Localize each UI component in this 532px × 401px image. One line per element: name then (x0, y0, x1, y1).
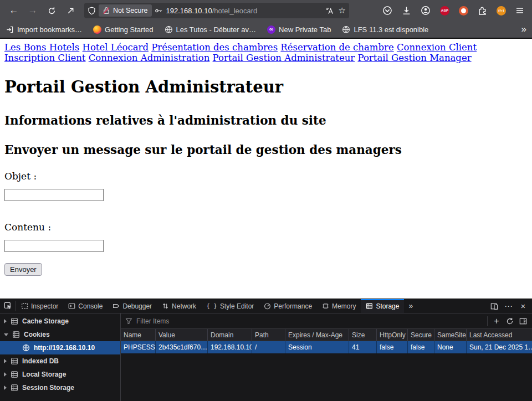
expand-arrow-icon[interactable] (4, 359, 7, 363)
nav-link-portail-gestion-manager[interactable]: Portail Gestion Manager (358, 53, 472, 63)
tree-item-cookie-host[interactable]: http://192.168.10.10 (0, 341, 120, 354)
insecure-lock-icon (103, 7, 110, 14)
url-bar[interactable]: Not Secure 192.168.10.10/hotel_leocard ☆ (84, 3, 349, 18)
memory-icon (322, 302, 329, 310)
bookmark-new-private-tab[interactable]: ∞ New Private Tab (267, 25, 331, 34)
tracking-shield-icon[interactable] (88, 7, 96, 15)
menu-icon[interactable] (515, 6, 524, 15)
column-header-size[interactable]: Size (349, 329, 377, 341)
browser-toolbar: ← → Not Secure 192.168.10.10/hotel_leoca… (0, 0, 532, 21)
column-header-name[interactable]: Name (121, 329, 156, 341)
privacy-extension-icon[interactable]: (f+) (497, 6, 506, 16)
nav-link-connexion-client[interactable]: Connexion Client (397, 42, 477, 53)
nav-link-connexion-administration[interactable]: Connexion Administration (89, 53, 210, 63)
nav-link-hotel-leocard[interactable]: Hotel Léocard (83, 42, 149, 53)
pick-element-button[interactable] (0, 299, 16, 313)
devtools-more-button[interactable]: ⋯ (502, 300, 515, 313)
performance-icon (264, 302, 271, 310)
sidebar-toggle-button[interactable] (516, 315, 530, 328)
tab-storage[interactable]: Storage (361, 299, 404, 313)
envoyer-button[interactable]: Envoyer (4, 263, 42, 276)
storage-box-icon (12, 331, 20, 338)
tree-item-indexed-db[interactable]: Indexed DB (0, 354, 120, 368)
toolbar-extension-area: ABP (f+) (382, 6, 526, 16)
cookie-row-phpsessid[interactable]: PHPSESSID 2b435c1df670… 192.168.10.10 / … (121, 341, 532, 353)
style-editor-icon: { } (206, 302, 217, 310)
cell-value: 2b435c1df670… (156, 341, 208, 353)
storage-box-icon (11, 317, 18, 325)
duckduckgo-icon[interactable] (459, 6, 468, 16)
tree-label: Cookies (24, 331, 50, 338)
tab-label: Debugger (122, 302, 152, 310)
tab-memory[interactable]: Memory (317, 299, 361, 313)
chevron-double-icon: » (409, 301, 413, 310)
adblock-icon[interactable]: ABP (440, 6, 449, 16)
refresh-items-button[interactable] (503, 315, 516, 328)
expand-arrow-icon[interactable] (4, 319, 7, 323)
column-header-secure[interactable]: Secure (408, 329, 434, 341)
expand-arrow-icon[interactable] (4, 372, 7, 377)
bookmark-getting-started[interactable]: Getting Started (93, 25, 153, 34)
site-nav: Les Bons Hotels Hotel Léocard Présentati… (4, 42, 528, 64)
bookmark-les-tutos[interactable]: Les Tutos - Débuter av… (165, 25, 257, 34)
expand-arrow-icon[interactable] (4, 385, 7, 390)
tab-debugger[interactable]: Debugger (108, 299, 157, 313)
collapse-arrow-icon[interactable] (4, 333, 8, 336)
globe-icon (165, 25, 173, 34)
bookmarks-overflow-chevron[interactable]: » (521, 24, 526, 35)
nav-link-presentation-chambres[interactable]: Présentation des chambres (151, 42, 278, 53)
tabs-overflow-button[interactable]: » (404, 299, 417, 312)
column-header-httponly[interactable]: HttpOnly (377, 329, 408, 341)
nav-link-inscription-client[interactable]: Inscription Client (4, 53, 86, 63)
tree-item-cache-storage[interactable]: Cache Storage (0, 315, 120, 328)
tab-style-editor[interactable]: { } Style Editor (201, 299, 259, 313)
objet-field[interactable] (4, 189, 104, 201)
key-icon[interactable] (155, 7, 163, 15)
pick-element-icon (4, 302, 12, 310)
download-icon[interactable] (402, 6, 411, 16)
column-header-last-accessed[interactable]: Last Accessed (467, 329, 532, 341)
dock-options-button[interactable] (488, 300, 501, 313)
tree-item-local-storage[interactable]: Local Storage (0, 368, 120, 381)
tab-label: Memory (332, 302, 356, 310)
column-header-path[interactable]: Path (252, 329, 285, 341)
contenu-field[interactable] (4, 240, 104, 252)
fullscreen-arrow-button[interactable] (62, 3, 79, 18)
nav-link-portail-gestion-administrateur[interactable]: Portail Gestion Administrateur (213, 53, 355, 63)
translate-icon[interactable] (325, 7, 334, 15)
globe-icon (22, 344, 30, 352)
column-header-samesite[interactable]: SameSite (434, 329, 467, 341)
extensions-puzzle-icon[interactable] (478, 6, 487, 16)
url-text[interactable]: 192.168.10.10/hotel_leocard (166, 7, 323, 15)
tree-item-session-storage[interactable]: Session Storage (0, 381, 120, 394)
privacy-ext-label: (f+) (498, 9, 504, 12)
tab-performance[interactable]: Performance (259, 299, 317, 313)
tab-inspector[interactable]: Inspector (16, 299, 63, 313)
bookmark-import[interactable]: Import bookmarks… (6, 25, 82, 34)
storage-sidebar: Cache Storage Cookies http://192.168.10.… (0, 313, 121, 401)
section-heading-message: Envoyer un message sur le portail de ges… (4, 143, 528, 157)
account-icon[interactable] (421, 6, 431, 16)
bookmark-lfs[interactable]: LFS 11.3 est disponible (342, 25, 428, 34)
close-icon: × (521, 301, 526, 311)
column-header-expires[interactable]: Expires / Max-Age (285, 329, 349, 341)
nav-link-reservation-chambre[interactable]: Réservation de chambre (280, 42, 393, 53)
filter-items-input[interactable]: Filter Items (136, 317, 485, 325)
adblock-label: ABP (441, 9, 448, 12)
nav-link-les-bons-hotels[interactable]: Les Bons Hotels (4, 42, 79, 53)
pocket-icon[interactable] (382, 6, 392, 16)
tab-console[interactable]: Console (63, 299, 108, 313)
devtools-close-button[interactable]: × (516, 300, 530, 313)
bookmark-star-icon[interactable]: ☆ (339, 6, 346, 16)
column-header-value[interactable]: Value (156, 329, 208, 341)
forward-button[interactable]: → (24, 3, 41, 18)
add-item-button[interactable]: + (490, 315, 503, 328)
tab-network[interactable]: Network (157, 299, 201, 313)
not-secure-chip[interactable]: Not Secure (99, 4, 152, 17)
back-button[interactable]: ← (6, 3, 22, 18)
column-header-domain[interactable]: Domain (208, 329, 252, 341)
reload-button[interactable] (43, 3, 60, 18)
sidebar-toggle-icon (519, 317, 527, 325)
tree-label: Session Storage (22, 384, 74, 392)
tree-item-cookies[interactable]: Cookies (0, 328, 120, 341)
